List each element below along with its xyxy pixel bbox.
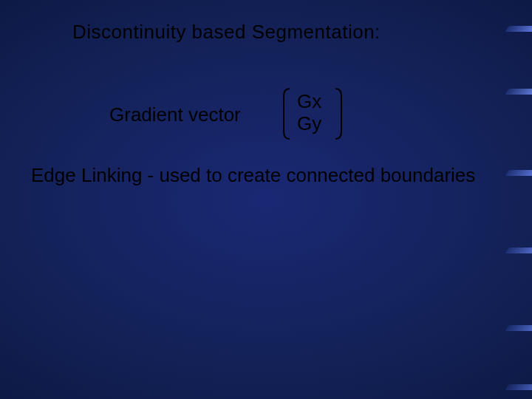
- vector-gx: Gx: [297, 90, 321, 113]
- accent-stripe: [505, 325, 532, 331]
- accent-stripe: [505, 26, 532, 32]
- vector-gy: Gy: [297, 112, 321, 135]
- accent-stripe: [505, 248, 532, 253]
- vector-bracket: Gx Gy: [279, 86, 346, 142]
- edge-linking-text: Edge Linking - used to create connected …: [31, 164, 475, 187]
- accent-stripe: [505, 170, 532, 176]
- accent-stripe: [505, 384, 532, 390]
- slide: Discontinuity based Segmentation: Gradie…: [0, 0, 532, 399]
- gradient-vector-label: Gradient vector: [109, 103, 241, 126]
- page-title: Discontinuity based Segmentation:: [72, 21, 381, 44]
- accent-stripe: [505, 89, 532, 95]
